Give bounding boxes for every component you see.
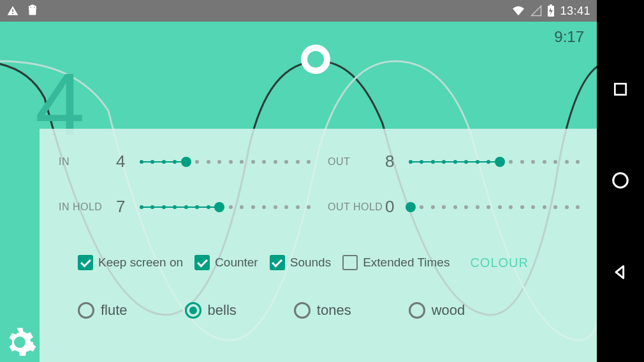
slider-in-hold-label: IN HOLD bbox=[59, 201, 116, 213]
colour-button[interactable]: COLOUR bbox=[470, 256, 529, 270]
slider-in-hold-value: 7 bbox=[116, 197, 135, 217]
content-area[interactable]: 9:17 4 IN 4 OUT 8 IN H bbox=[0, 22, 597, 362]
check-sounds-label: Sounds bbox=[290, 256, 331, 270]
signal-icon bbox=[531, 5, 542, 17]
slider-out-value: 8 bbox=[385, 152, 404, 171]
check-keep-screen-label: Keep screen on bbox=[98, 256, 183, 270]
radio-circle-icon[interactable] bbox=[294, 302, 311, 319]
status-clock: 13:41 bbox=[560, 4, 590, 18]
check-extended-label: Extended Times bbox=[363, 256, 450, 270]
settings-panel: IN 4 OUT 8 IN HOLD 7 OU bbox=[40, 129, 597, 362]
device-frame: 13:41 9:17 4 IN 4 bbox=[0, 0, 644, 362]
radio-circle-icon[interactable] bbox=[185, 302, 201, 319]
radio-label: bells bbox=[208, 302, 237, 319]
slider-in-label: IN bbox=[59, 156, 116, 168]
status-right-icons: 13:41 bbox=[511, 4, 590, 18]
radio-label: wood bbox=[432, 302, 465, 319]
radio-wood[interactable]: wood bbox=[409, 302, 465, 319]
radio-bells[interactable]: bells bbox=[185, 302, 237, 319]
slider-out-label: OUT bbox=[328, 156, 385, 168]
session-elapsed: 9:17 bbox=[554, 28, 584, 46]
status-bar: 13:41 bbox=[0, 0, 597, 22]
check-sounds[interactable]: Sounds bbox=[270, 255, 331, 270]
slider-out-hold-label: OUT HOLD bbox=[328, 201, 385, 213]
radio-label: flute bbox=[101, 302, 128, 319]
status-left-icons bbox=[6, 4, 40, 18]
checkbox-icon[interactable] bbox=[194, 255, 210, 270]
android-navbar bbox=[597, 0, 644, 362]
sound-options: flutebellstoneswood bbox=[78, 302, 578, 319]
nav-back-icon[interactable] bbox=[611, 263, 629, 281]
options-row: Keep screen on Counter Sounds Extended T… bbox=[78, 255, 578, 270]
svg-rect-7 bbox=[615, 84, 626, 95]
nav-home-icon[interactable] bbox=[611, 171, 630, 190]
slider-out: OUT 8 bbox=[328, 152, 578, 171]
svg-point-3 bbox=[31, 7, 31, 8]
slider-in: IN 4 bbox=[59, 152, 309, 171]
checkbox-icon[interactable] bbox=[78, 255, 93, 270]
check-extended-times[interactable]: Extended Times bbox=[342, 255, 450, 270]
svg-point-8 bbox=[613, 173, 628, 188]
svg-rect-0 bbox=[12, 10, 13, 12]
warning-icon bbox=[6, 4, 19, 17]
slider-in-hold-track[interactable] bbox=[142, 201, 309, 214]
check-keep-screen[interactable]: Keep screen on bbox=[78, 255, 183, 270]
radio-circle-icon[interactable] bbox=[409, 302, 425, 319]
battery-icon bbox=[547, 4, 555, 17]
radio-flute[interactable]: flute bbox=[78, 302, 128, 319]
radio-label: tones bbox=[317, 302, 351, 319]
svg-rect-1 bbox=[12, 13, 13, 14]
svg-point-4 bbox=[34, 7, 34, 8]
slider-out-hold-value: 0 bbox=[385, 197, 404, 217]
breath-ball-icon bbox=[301, 45, 330, 74]
slider-in-hold: IN HOLD 7 bbox=[59, 197, 309, 217]
sliders-grid: IN 4 OUT 8 IN HOLD 7 OU bbox=[59, 152, 578, 217]
slider-in-value: 4 bbox=[116, 152, 135, 171]
svg-rect-2 bbox=[29, 9, 36, 15]
slider-out-hold-track[interactable] bbox=[411, 201, 578, 214]
svg-rect-6 bbox=[550, 4, 552, 6]
radio-tones[interactable]: tones bbox=[294, 302, 351, 319]
check-counter-label: Counter bbox=[215, 256, 258, 270]
slider-out-track[interactable] bbox=[411, 156, 578, 168]
slider-in-track[interactable] bbox=[142, 156, 309, 168]
radio-circle-icon[interactable] bbox=[78, 302, 94, 319]
app-screen: 13:41 9:17 4 IN 4 bbox=[0, 0, 597, 362]
android-icon bbox=[26, 4, 40, 18]
wifi-icon bbox=[511, 5, 525, 17]
nav-recent-icon[interactable] bbox=[612, 81, 629, 98]
check-counter[interactable]: Counter bbox=[194, 255, 258, 270]
checkbox-icon[interactable] bbox=[342, 255, 358, 270]
slider-out-hold: OUT HOLD 0 bbox=[328, 197, 578, 217]
gear-icon[interactable] bbox=[3, 325, 37, 359]
checkbox-icon[interactable] bbox=[270, 255, 285, 270]
